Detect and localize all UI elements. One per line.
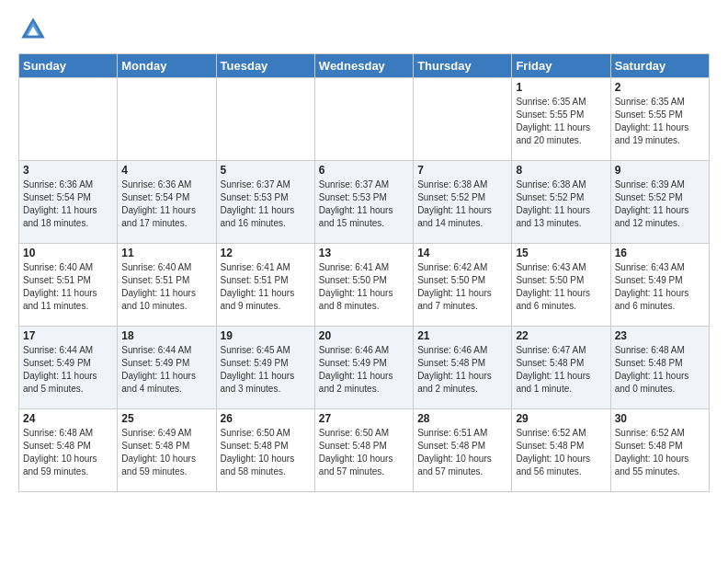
day-cell: 26Sunrise: 6:50 AM Sunset: 5:48 PM Dayli… bbox=[216, 409, 314, 492]
week-row-1: 1Sunrise: 6:35 AM Sunset: 5:55 PM Daylig… bbox=[19, 78, 710, 161]
day-number: 28 bbox=[417, 412, 507, 425]
day-info: Sunrise: 6:49 AM Sunset: 5:48 PM Dayligh… bbox=[121, 427, 211, 478]
day-number: 26 bbox=[221, 412, 311, 425]
header-day-monday: Monday bbox=[118, 54, 216, 78]
day-cell: 22Sunrise: 6:47 AM Sunset: 5:48 PM Dayli… bbox=[512, 327, 610, 409]
day-cell: 30Sunrise: 6:52 AM Sunset: 5:48 PM Dayli… bbox=[610, 409, 709, 492]
day-info: Sunrise: 6:51 AM Sunset: 5:48 PM Dayligh… bbox=[417, 427, 507, 478]
day-info: Sunrise: 6:38 AM Sunset: 5:52 PM Dayligh… bbox=[417, 178, 507, 230]
day-number: 17 bbox=[23, 329, 113, 342]
day-cell: 3Sunrise: 6:36 AM Sunset: 5:54 PM Daylig… bbox=[19, 161, 118, 244]
day-number: 13 bbox=[319, 247, 409, 259]
day-info: Sunrise: 6:52 AM Sunset: 5:48 PM Dayligh… bbox=[615, 427, 705, 478]
day-cell: 19Sunrise: 6:45 AM Sunset: 5:49 PM Dayli… bbox=[216, 327, 314, 409]
day-number: 16 bbox=[615, 247, 705, 259]
day-info: Sunrise: 6:42 AM Sunset: 5:50 PM Dayligh… bbox=[417, 261, 507, 313]
logo bbox=[18, 15, 51, 44]
day-number: 1 bbox=[516, 81, 606, 94]
day-number: 3 bbox=[23, 164, 113, 177]
day-info: Sunrise: 6:44 AM Sunset: 5:49 PM Dayligh… bbox=[23, 344, 113, 396]
day-info: Sunrise: 6:48 AM Sunset: 5:48 PM Dayligh… bbox=[23, 427, 113, 478]
day-info: Sunrise: 6:38 AM Sunset: 5:52 PM Dayligh… bbox=[516, 178, 606, 230]
day-cell: 8Sunrise: 6:38 AM Sunset: 5:52 PM Daylig… bbox=[512, 161, 610, 244]
calendar-header: SundayMondayTuesdayWednesdayThursdayFrid… bbox=[19, 54, 710, 78]
week-row-2: 3Sunrise: 6:36 AM Sunset: 5:54 PM Daylig… bbox=[19, 161, 710, 244]
day-cell: 5Sunrise: 6:37 AM Sunset: 5:53 PM Daylig… bbox=[216, 161, 314, 244]
day-info: Sunrise: 6:40 AM Sunset: 5:51 PM Dayligh… bbox=[121, 261, 211, 313]
calendar: SundayMondayTuesdayWednesdayThursdayFrid… bbox=[18, 53, 710, 492]
day-info: Sunrise: 6:39 AM Sunset: 5:52 PM Dayligh… bbox=[615, 178, 705, 230]
day-info: Sunrise: 6:37 AM Sunset: 5:53 PM Dayligh… bbox=[319, 178, 409, 230]
day-number: 8 bbox=[516, 164, 606, 177]
day-number: 25 bbox=[121, 412, 211, 425]
week-row-5: 24Sunrise: 6:48 AM Sunset: 5:48 PM Dayli… bbox=[19, 409, 710, 492]
day-number: 18 bbox=[121, 329, 211, 342]
day-cell: 4Sunrise: 6:36 AM Sunset: 5:54 PM Daylig… bbox=[118, 161, 216, 244]
day-cell: 12Sunrise: 6:41 AM Sunset: 5:51 PM Dayli… bbox=[216, 244, 314, 327]
day-cell: 25Sunrise: 6:49 AM Sunset: 5:48 PM Dayli… bbox=[118, 409, 216, 492]
day-cell bbox=[118, 78, 216, 161]
logo-icon bbox=[18, 15, 48, 44]
day-cell bbox=[19, 78, 118, 161]
day-cell: 15Sunrise: 6:43 AM Sunset: 5:50 PM Dayli… bbox=[512, 244, 610, 327]
day-cell: 10Sunrise: 6:40 AM Sunset: 5:51 PM Dayli… bbox=[19, 244, 118, 327]
header-day-sunday: Sunday bbox=[19, 54, 118, 78]
day-cell: 1Sunrise: 6:35 AM Sunset: 5:55 PM Daylig… bbox=[512, 78, 610, 161]
day-cell: 2Sunrise: 6:35 AM Sunset: 5:55 PM Daylig… bbox=[610, 78, 709, 161]
day-cell: 29Sunrise: 6:52 AM Sunset: 5:48 PM Dayli… bbox=[512, 409, 610, 492]
day-info: Sunrise: 6:40 AM Sunset: 5:51 PM Dayligh… bbox=[23, 261, 113, 313]
day-number: 4 bbox=[121, 164, 211, 177]
day-info: Sunrise: 6:46 AM Sunset: 5:49 PM Dayligh… bbox=[319, 344, 409, 396]
day-cell bbox=[414, 78, 512, 161]
day-cell: 16Sunrise: 6:43 AM Sunset: 5:49 PM Dayli… bbox=[610, 244, 709, 327]
day-info: Sunrise: 6:50 AM Sunset: 5:48 PM Dayligh… bbox=[221, 427, 311, 478]
day-number: 21 bbox=[417, 329, 507, 342]
day-info: Sunrise: 6:52 AM Sunset: 5:48 PM Dayligh… bbox=[516, 427, 606, 478]
day-number: 10 bbox=[23, 247, 113, 259]
day-info: Sunrise: 6:43 AM Sunset: 5:49 PM Dayligh… bbox=[615, 261, 705, 313]
day-cell: 9Sunrise: 6:39 AM Sunset: 5:52 PM Daylig… bbox=[610, 161, 709, 244]
day-number: 5 bbox=[221, 164, 311, 177]
day-cell bbox=[216, 78, 314, 161]
day-cell: 7Sunrise: 6:38 AM Sunset: 5:52 PM Daylig… bbox=[414, 161, 512, 244]
day-number: 30 bbox=[615, 412, 705, 425]
day-info: Sunrise: 6:36 AM Sunset: 5:54 PM Dayligh… bbox=[121, 178, 211, 230]
day-info: Sunrise: 6:36 AM Sunset: 5:54 PM Dayligh… bbox=[23, 178, 113, 230]
day-number: 29 bbox=[516, 412, 606, 425]
day-number: 22 bbox=[516, 329, 606, 342]
day-cell: 28Sunrise: 6:51 AM Sunset: 5:48 PM Dayli… bbox=[414, 409, 512, 492]
day-number: 19 bbox=[221, 329, 311, 342]
day-info: Sunrise: 6:47 AM Sunset: 5:48 PM Dayligh… bbox=[516, 344, 606, 396]
day-cell: 27Sunrise: 6:50 AM Sunset: 5:48 PM Dayli… bbox=[314, 409, 413, 492]
header-day-friday: Friday bbox=[512, 54, 610, 78]
day-cell: 13Sunrise: 6:41 AM Sunset: 5:50 PM Dayli… bbox=[314, 244, 413, 327]
day-info: Sunrise: 6:48 AM Sunset: 5:48 PM Dayligh… bbox=[615, 344, 705, 396]
day-cell: 21Sunrise: 6:46 AM Sunset: 5:48 PM Dayli… bbox=[414, 327, 512, 409]
day-number: 9 bbox=[615, 164, 705, 177]
day-number: 6 bbox=[319, 164, 409, 177]
day-cell: 14Sunrise: 6:42 AM Sunset: 5:50 PM Dayli… bbox=[414, 244, 512, 327]
header-day-tuesday: Tuesday bbox=[216, 54, 314, 78]
header-day-saturday: Saturday bbox=[610, 54, 709, 78]
day-info: Sunrise: 6:37 AM Sunset: 5:53 PM Dayligh… bbox=[221, 178, 311, 230]
day-info: Sunrise: 6:44 AM Sunset: 5:49 PM Dayligh… bbox=[121, 344, 211, 396]
day-info: Sunrise: 6:45 AM Sunset: 5:49 PM Dayligh… bbox=[221, 344, 311, 396]
week-row-3: 10Sunrise: 6:40 AM Sunset: 5:51 PM Dayli… bbox=[19, 244, 710, 327]
day-info: Sunrise: 6:50 AM Sunset: 5:48 PM Dayligh… bbox=[319, 427, 409, 478]
day-cell: 18Sunrise: 6:44 AM Sunset: 5:49 PM Dayli… bbox=[118, 327, 216, 409]
header-row: SundayMondayTuesdayWednesdayThursdayFrid… bbox=[19, 54, 710, 78]
day-info: Sunrise: 6:41 AM Sunset: 5:51 PM Dayligh… bbox=[221, 261, 311, 313]
day-info: Sunrise: 6:46 AM Sunset: 5:48 PM Dayligh… bbox=[417, 344, 507, 396]
header-day-thursday: Thursday bbox=[414, 54, 512, 78]
day-number: 12 bbox=[221, 247, 311, 259]
day-number: 15 bbox=[516, 247, 606, 259]
day-number: 14 bbox=[417, 247, 507, 259]
day-number: 20 bbox=[319, 329, 409, 342]
calendar-body: 1Sunrise: 6:35 AM Sunset: 5:55 PM Daylig… bbox=[19, 78, 710, 492]
day-cell: 17Sunrise: 6:44 AM Sunset: 5:49 PM Dayli… bbox=[19, 327, 118, 409]
day-cell bbox=[314, 78, 413, 161]
day-number: 23 bbox=[615, 329, 705, 342]
day-info: Sunrise: 6:35 AM Sunset: 5:55 PM Dayligh… bbox=[615, 96, 705, 147]
day-number: 7 bbox=[417, 164, 507, 177]
day-number: 24 bbox=[23, 412, 113, 425]
